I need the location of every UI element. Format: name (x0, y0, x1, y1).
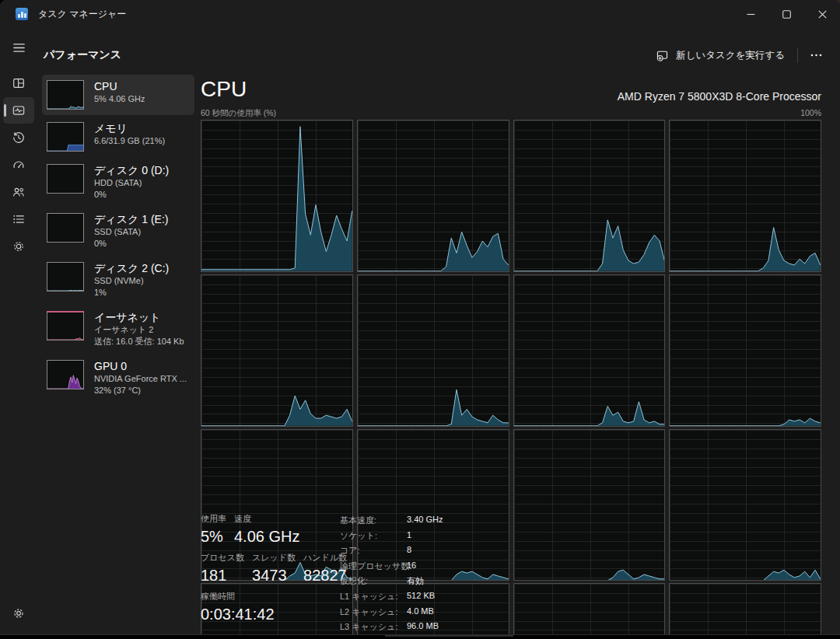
cores-label: コア: (340, 545, 407, 557)
logical-processors-value: 16 (407, 560, 443, 572)
sidebar-item-detail2: 0% (94, 238, 168, 250)
sidebar-item-title: ディスク 1 (E:) (94, 213, 168, 226)
sidebar-item-title: イーサネット (94, 311, 184, 324)
new-task-icon (656, 49, 669, 62)
sidebar-item-gpu0[interactable]: GPU 0 NVIDIA GeForce RTX ... 32% (37 °C) (42, 354, 194, 402)
sidebar-item-ethernet[interactable]: イーサネット イーサネット 2 送信: 16.0 受信: 104 Kb (42, 306, 194, 353)
disk1-mini-graph (47, 213, 84, 243)
gpu-mini-graph (47, 360, 84, 389)
cpu-core-graph-6 (513, 274, 666, 427)
sidebar-item-memory[interactable]: メモリ 6.6/31.9 GB (21%) (42, 117, 194, 157)
speed-value: 4.06 GHz (234, 527, 299, 546)
sidebar-item-disk0[interactable]: ディスク 0 (D:) HDD (SATA) 0% (42, 159, 194, 206)
details-icon (12, 212, 26, 226)
speed-label: 速度 (234, 513, 299, 525)
sidebar-item-detail: 5% 4.06 GHz (94, 93, 145, 105)
services-icon (12, 239, 26, 253)
nav-performance[interactable] (3, 97, 34, 124)
cpu-performance-panel: CPU AMD Ryzen 7 5800X3D 8-Core Processor… (201, 75, 821, 634)
disk0-mini-graph (47, 164, 84, 194)
cpu-stats-right: 基本速度: 3.40 GHz ソケット: 1 コア: 8 論理プロセッサ数: 1… (340, 515, 443, 633)
threads-value: 3473 (252, 566, 296, 585)
sidebar-item-detail: SSD (SATA) (94, 226, 168, 238)
sockets-value: 1 (407, 530, 443, 542)
sidebar-item-title: ディスク 0 (D:) (94, 164, 169, 177)
axis-labels: 60 秒間の使用率 (%) 100% (201, 108, 821, 119)
uptime-value: 0:03:41:42 (201, 605, 275, 623)
performance-icon (12, 103, 26, 117)
usage-value: 5% (201, 527, 226, 546)
minimize-button[interactable] (733, 0, 768, 28)
l1-cache-value: 512 KB (407, 591, 443, 602)
menu-button[interactable] (3, 34, 34, 61)
toolbar-divider (797, 47, 798, 63)
title-bar: タスク マネージャー (0, 0, 840, 28)
threads-label: スレッド数 (252, 552, 296, 564)
startup-icon (12, 158, 26, 172)
sockets-label: ソケット: (340, 530, 407, 542)
sidebar-item-title: CPU (94, 80, 145, 93)
run-new-task-button[interactable]: 新しいタスクを実行する (648, 44, 793, 67)
nav-services[interactable] (3, 233, 34, 260)
cpu-core-graph-2 (513, 120, 666, 272)
task-manager-window: タスク マネージャー (0, 0, 840, 635)
cpu-panel-title: CPU (201, 77, 247, 102)
memory-mini-graph (47, 122, 84, 152)
close-button[interactable] (804, 0, 840, 28)
sidebar-item-detail2: 1% (94, 287, 169, 299)
gear-icon (12, 606, 26, 620)
sidebar-item-detail2: 送信: 16.0 受信: 104 Kb (94, 336, 184, 347)
nav-users[interactable] (3, 179, 34, 205)
navigation-rail (0, 34, 37, 634)
cpu-core-graph-10 (513, 429, 666, 581)
sidebar-item-detail2: 0% (94, 189, 169, 201)
desktop-background-sliver-bottom (385, 635, 513, 637)
sidebar-item-disk1[interactable]: ディスク 1 (E:) SSD (SATA) 0% (42, 208, 194, 255)
axis-label-left: 60 秒間の使用率 (%) (201, 108, 276, 119)
performance-sidebar: CPU 5% 4.06 GHz メモリ 6.6/31.9 GB (21%) ディ… (42, 75, 194, 403)
processes-value: 181 (201, 566, 244, 585)
sidebar-item-title: ディスク 2 (C:) (94, 262, 169, 275)
processes-label: プロセス数 (201, 552, 244, 564)
ellipsis-icon (810, 54, 822, 57)
page-header: パフォーマンス 新しいタスクを実行する (44, 44, 829, 67)
sidebar-item-disk2[interactable]: ディスク 2 (C:) SSD (NVMe) 1% (42, 257, 194, 304)
axis-label-right: 100% (800, 108, 821, 119)
cpu-core-graph-14 (513, 583, 666, 635)
cpu-core-graph-15 (669, 583, 821, 635)
cpu-core-graph-11 (669, 429, 821, 581)
history-icon (12, 131, 26, 145)
window-title: タスク マネージャー (38, 8, 126, 21)
cpu-core-graph-4 (201, 274, 353, 427)
base-speed-label: 基本速度: (340, 515, 407, 526)
users-icon (12, 185, 26, 199)
nav-processes[interactable] (3, 70, 34, 96)
sidebar-item-cpu[interactable]: CPU 5% 4.06 GHz (42, 75, 194, 115)
l2-cache-label: L2 キャッシュ: (340, 606, 407, 618)
sidebar-item-title: メモリ (94, 122, 165, 135)
uptime-label: 稼働時間 (201, 591, 275, 602)
cpu-core-graph-3 (669, 120, 821, 272)
maximize-button[interactable] (768, 0, 804, 28)
settings-button[interactable] (3, 600, 34, 627)
nav-details[interactable] (3, 206, 34, 232)
cores-value: 8 (407, 545, 443, 557)
l2-cache-value: 4.0 MB (407, 606, 443, 618)
nav-startup-apps[interactable] (3, 152, 34, 178)
logical-processors-grid (201, 120, 821, 496)
sidebar-item-detail2: 32% (37 °C) (94, 385, 187, 396)
sidebar-item-detail: SSD (NVMe) (94, 275, 169, 287)
sidebar-item-title: GPU 0 (94, 360, 187, 373)
cpu-stats-left: 使用率 5% 速度 4.06 GHz プロセス数 181 スレッド数 (201, 513, 347, 630)
sidebar-item-detail: 6.6/31.9 GB (21%) (94, 135, 165, 147)
usage-label: 使用率 (201, 513, 226, 525)
disk2-mini-graph (47, 262, 84, 292)
more-options-button[interactable] (803, 44, 829, 66)
sidebar-item-detail: HDD (SATA) (94, 177, 169, 189)
cpu-core-graph-7 (669, 274, 821, 427)
cpu-core-graph-5 (357, 274, 509, 427)
page-title: パフォーマンス (44, 48, 121, 62)
task-manager-app-icon (16, 8, 28, 20)
nav-app-history[interactable] (3, 124, 34, 151)
l3-cache-value: 96.0 MB (407, 621, 443, 633)
